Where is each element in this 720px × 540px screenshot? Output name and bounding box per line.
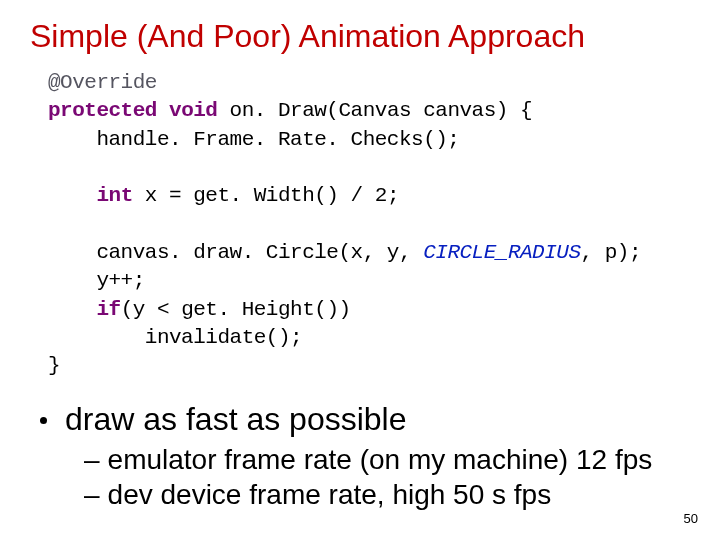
bullet-text: draw as fast as possible <box>65 401 407 438</box>
code-line-8: invalidate(); <box>48 326 302 349</box>
dash-icon: – <box>84 442 100 477</box>
bullet-dot-icon <box>40 417 47 424</box>
code-line-6: y++; <box>48 269 145 292</box>
sub-bullet-1-text: emulator frame rate (on my machine) 12 f… <box>108 442 653 477</box>
sub-bullet-2-text: dev device frame rate, high 50 s fps <box>108 477 552 512</box>
page-number: 50 <box>684 511 698 526</box>
code-line-5a: canvas. draw. Circle(x, y, <box>48 241 423 264</box>
sub-bullet-1: – emulator frame rate (on my machine) 12… <box>84 442 690 477</box>
code-line-7: (y < get. Height()) <box>121 298 351 321</box>
code-annotation: @Override <box>48 71 157 94</box>
code-line-3: x = get. Width() / 2; <box>133 184 399 207</box>
code-line-2: handle. Frame. Rate. Checks(); <box>48 128 459 151</box>
slide-title: Simple (And Poor) Animation Approach <box>30 18 690 55</box>
code-line-5b: , p); <box>581 241 642 264</box>
code-block: @Override protected void on. Draw(Canvas… <box>48 69 690 381</box>
sub-bullet-2: – dev device frame rate, high 50 s fps <box>84 477 690 512</box>
code-constant: CIRCLE_RADIUS <box>423 241 580 264</box>
code-keyword-void: void <box>169 99 217 122</box>
code-keyword-int: int <box>96 184 132 207</box>
bullet-item: draw as fast as possible <box>40 401 690 438</box>
dash-icon: – <box>84 477 100 512</box>
code-keyword-if: if <box>96 298 120 321</box>
code-line-9: } <box>48 354 60 377</box>
code-sig: on. Draw(Canvas canvas) { <box>217 99 532 122</box>
code-keyword-protected: protected <box>48 99 157 122</box>
